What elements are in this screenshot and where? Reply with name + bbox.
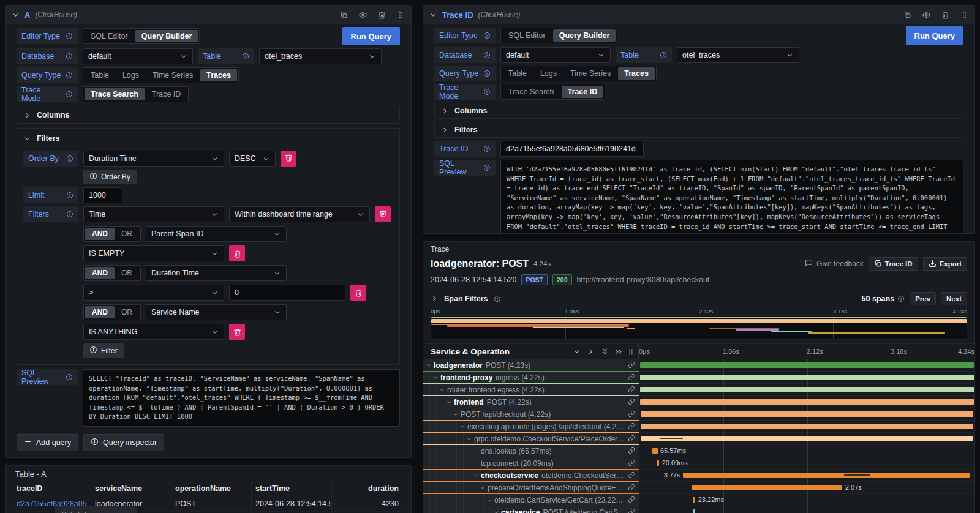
span-link-icon[interactable]: [625, 372, 635, 383]
run-query-button[interactable]: Run Query: [342, 27, 400, 45]
span-duration-bar[interactable]: [641, 436, 974, 441]
filter-field-select[interactable]: Time: [83, 206, 224, 222]
limit-input[interactable]: 1000: [83, 187, 123, 203]
and-option[interactable]: AND: [85, 267, 115, 279]
add-order-by-button[interactable]: Order By: [83, 170, 137, 184]
span-duration-bar[interactable]: [652, 448, 658, 454]
collapse-one-icon[interactable]: [573, 348, 581, 356]
span-name-row[interactable]: executing api route (pages) /api/checkou…: [423, 421, 639, 433]
query-type-table[interactable]: Table: [502, 67, 533, 80]
trace-search-option[interactable]: Trace Search: [502, 86, 560, 98]
span-name-row[interactable]: loadgeneratorPOST (4.23s): [423, 359, 639, 372]
span-duration-bar[interactable]: [693, 497, 695, 503]
span-link-icon[interactable]: [625, 360, 635, 371]
trace-id-option[interactable]: Trace ID: [146, 88, 187, 100]
span-toggle-icon[interactable]: [453, 411, 459, 418]
span-name-row[interactable]: dns.lookup (65.57ms): [423, 445, 639, 457]
filters-section-toggle[interactable]: Filters: [23, 131, 393, 146]
condition-operator-select[interactable]: IS ANYTHING: [83, 324, 224, 340]
span-duration-bar[interactable]: [657, 460, 659, 466]
span-duration-bar[interactable]: [692, 485, 842, 490]
span-name-row[interactable]: tcp.connect (20.09ms): [423, 457, 639, 470]
span-link-icon[interactable]: [625, 507, 635, 513]
duplicate-query-icon[interactable]: [340, 11, 348, 19]
database-select[interactable]: default: [83, 48, 193, 64]
order-by-field-select[interactable]: Duration Time: [83, 151, 224, 167]
query-type-traces[interactable]: Traces: [200, 69, 237, 81]
column-header-startTime[interactable]: startTime: [252, 481, 332, 496]
add-query-button[interactable]: Add query: [17, 434, 78, 451]
and-option[interactable]: AND: [85, 306, 115, 318]
span-toggle-icon[interactable]: [439, 387, 445, 393]
span-toggle-icon[interactable]: [446, 399, 452, 405]
condition-operator-select[interactable]: >: [83, 285, 224, 301]
span-duration-bar[interactable]: [640, 387, 974, 392]
span-toggle-icon[interactable]: [473, 473, 479, 479]
column-header-duration[interactable]: duration: [332, 481, 404, 496]
query-type-timeseries[interactable]: Time Series: [146, 69, 199, 81]
or-option[interactable]: OR: [115, 228, 139, 240]
span-duration-bar[interactable]: [683, 473, 970, 478]
remove-condition-button[interactable]: [229, 324, 245, 340]
filter-value-select[interactable]: Within dashboard time range: [229, 206, 370, 222]
trace-search-option[interactable]: Trace Search: [85, 88, 145, 100]
span-name-row[interactable]: frontendPOST (4.22s): [423, 396, 639, 408]
duplicate-query-icon[interactable]: [903, 11, 911, 19]
span-name-row[interactable]: checkoutserviceoteldemo.CheckoutService/…: [423, 470, 639, 482]
span-duration-bar[interactable]: [693, 509, 695, 513]
database-select[interactable]: default: [500, 47, 611, 63]
add-filter-button[interactable]: Filter: [83, 343, 124, 358]
column-header-operationName[interactable]: operationName: [172, 481, 252, 496]
remove-condition-button[interactable]: [229, 245, 245, 261]
prev-button[interactable]: Prev: [910, 292, 936, 305]
remove-order-by-button[interactable]: [281, 151, 296, 167]
condition-field-select[interactable]: Duration Time: [146, 265, 287, 281]
query-type-timeseries[interactable]: Time Series: [564, 67, 617, 80]
condition-field-select[interactable]: Parent Span ID: [146, 226, 287, 242]
span-duration-bar[interactable]: [641, 411, 974, 417]
condition-field-select[interactable]: Service Name: [146, 304, 287, 320]
delete-query-icon[interactable]: [941, 11, 949, 19]
chevron-right-icon[interactable]: [431, 294, 439, 302]
span-name-row[interactable]: router frontend egress (4.22s): [423, 384, 639, 396]
span-toggle-icon[interactable]: [426, 362, 432, 369]
toggle-visibility-icon[interactable]: [359, 11, 367, 19]
span-link-icon[interactable]: [625, 446, 635, 457]
trace-minimap[interactable]: [431, 315, 967, 340]
query-builder-option[interactable]: Query Builder: [553, 29, 616, 42]
toggle-visibility-icon[interactable]: [922, 11, 930, 19]
span-link-icon[interactable]: [625, 482, 635, 493]
expand-all-icon[interactable]: [615, 348, 623, 356]
delete-query-icon[interactable]: [378, 11, 386, 19]
column-header-serviceName[interactable]: serviceName: [91, 481, 172, 496]
next-button[interactable]: Next: [941, 292, 967, 305]
trace-id-option[interactable]: Trace ID: [562, 86, 604, 98]
expand-one-icon[interactable]: [587, 348, 595, 356]
span-toggle-icon[interactable]: [466, 436, 472, 442]
query-type-table[interactable]: Table: [85, 69, 115, 81]
span-link-icon[interactable]: [625, 409, 635, 420]
trace-id-button[interactable]: Trace ID: [869, 257, 918, 271]
drag-handle-icon[interactable]: [960, 11, 968, 19]
span-link-icon[interactable]: [625, 458, 635, 469]
span-name-row[interactable]: POST /api/checkout (4.22s): [423, 408, 639, 421]
drag-handle-icon[interactable]: [397, 11, 405, 19]
span-toggle-icon[interactable]: [432, 375, 439, 381]
span-name-row[interactable]: oteldemo.CartService/GetCart (23.22ms): [423, 494, 639, 506]
span-name-row[interactable]: grpc.oteldemo.CheckoutService/PlaceOrder…: [423, 433, 639, 445]
columns-section-toggle[interactable]: Columns: [17, 107, 400, 124]
query-inspector-button[interactable]: Query inspector: [83, 434, 164, 451]
or-option[interactable]: OR: [115, 267, 139, 279]
span-duration-bar[interactable]: [640, 362, 974, 368]
remove-condition-button[interactable]: [350, 285, 366, 301]
run-query-button[interactable]: Run Query: [906, 26, 963, 45]
query-type-logs[interactable]: Logs: [534, 67, 563, 80]
export-button[interactable]: Export: [923, 257, 967, 271]
collapse-query-icon[interactable]: [12, 11, 20, 19]
span-toggle-icon[interactable]: [486, 497, 492, 503]
trace-id-input[interactable]: d2a7155ef6a928a05680e5ff6190241d: [500, 141, 644, 157]
and-option[interactable]: AND: [85, 228, 115, 240]
remove-filter-button[interactable]: [375, 206, 391, 222]
span-link-icon[interactable]: [625, 470, 635, 481]
span-link-icon[interactable]: [625, 495, 635, 506]
